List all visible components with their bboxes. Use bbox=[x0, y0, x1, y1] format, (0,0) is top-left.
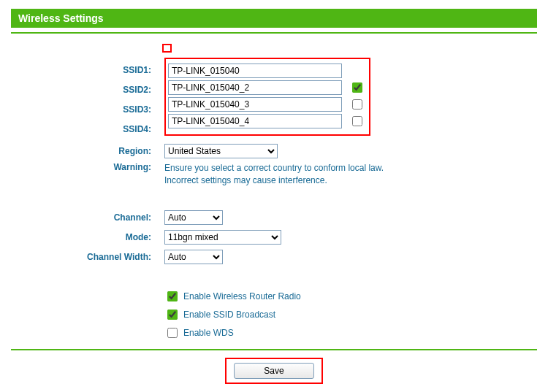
ssid2-input[interactable] bbox=[168, 80, 342, 95]
enable-broadcast-label: Enable SSID Broadcast bbox=[183, 310, 275, 320]
ssid3-input[interactable] bbox=[168, 97, 342, 112]
save-highlight-box: Save bbox=[225, 358, 323, 384]
mode-label: Mode: bbox=[11, 232, 164, 242]
region-label: Region: bbox=[11, 146, 164, 156]
ssid4-input[interactable] bbox=[168, 114, 342, 128]
ssid4-enable-checkbox[interactable] bbox=[352, 116, 362, 126]
ssid2-enable-checkbox[interactable] bbox=[352, 82, 362, 93]
channel-label: Channel: bbox=[11, 212, 164, 223]
enable-radio-checkbox[interactable] bbox=[167, 291, 178, 301]
save-button[interactable]: Save bbox=[234, 363, 314, 379]
ssid1-label: SSID1: bbox=[11, 65, 164, 75]
enable-wds-checkbox[interactable] bbox=[167, 328, 178, 338]
enable-broadcast-checkbox[interactable] bbox=[167, 310, 178, 320]
mode-select[interactable]: 11bgn mixed bbox=[164, 230, 281, 245]
warning-text-line1: Ensure you select a correct country to c… bbox=[164, 162, 537, 174]
region-select[interactable]: United States bbox=[164, 144, 278, 158]
enable-wds-label: Enable WDS bbox=[183, 328, 234, 338]
enable-radio-label: Enable Wireless Router Radio bbox=[183, 291, 301, 301]
ssid3-enable-checkbox[interactable] bbox=[352, 99, 362, 109]
warning-label: Warning: bbox=[11, 162, 164, 172]
channel-select[interactable]: Auto bbox=[164, 210, 223, 225]
ssid-group-highlight bbox=[164, 58, 370, 136]
ssid4-label: SSID4: bbox=[11, 124, 164, 134]
divider-bottom bbox=[11, 349, 537, 350]
ssid1-input[interactable] bbox=[168, 64, 342, 78]
ssid-highlight-box bbox=[162, 44, 172, 53]
divider-top bbox=[11, 32, 537, 34]
warning-text-line2: Incorrect settings may cause interferenc… bbox=[164, 174, 537, 187]
ssid2-label: SSID2: bbox=[11, 85, 164, 95]
channel-width-select[interactable]: Auto bbox=[164, 250, 223, 264]
ssid3-label: SSID3: bbox=[11, 104, 164, 115]
channel-width-label: Channel Width: bbox=[11, 252, 164, 262]
page-title: Wireless Settings bbox=[11, 9, 537, 28]
